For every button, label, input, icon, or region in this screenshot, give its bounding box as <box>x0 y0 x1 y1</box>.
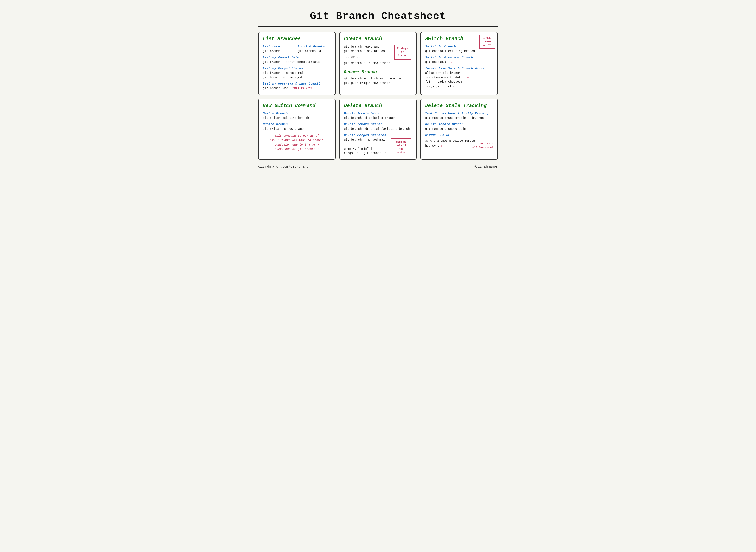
delete-remote-label: Delete remote branch <box>344 122 412 126</box>
list-local-label: List Local <box>263 44 296 48</box>
rename-code2: git push origin new-branch <box>344 81 412 86</box>
delete-stale-title: Delete Stale Tracking <box>425 103 493 109</box>
card-list-branches: List Branches List Local git branch Loca… <box>258 32 336 95</box>
curved-arrow-icon: ⟵ <box>441 143 444 149</box>
list-branches-title: List Branches <box>263 36 331 42</box>
create-branch-title: Create Branch <box>344 36 412 42</box>
switch-create-code: git switch -c new-branch <box>263 127 331 131</box>
hub-sync-annotation: I use thisall the time! <box>472 142 493 149</box>
upstream-label: List by Upstream & Last Commit <box>263 82 331 86</box>
switch-prev-label: Switch to Previous Branch <box>425 55 493 59</box>
interactive-switch-label: Interactive Switch Branch Alias <box>425 66 493 70</box>
vv-annotation: THIS IS NICE <box>292 87 312 90</box>
delete-local-code: git branch -d existing-branch <box>344 116 412 120</box>
footer-right: @elijahmanor <box>474 165 498 169</box>
delete-merged-code2: grep -v "main" | <box>344 147 390 151</box>
merged-status-label: List by Merged Status <box>263 66 331 70</box>
delete-remote-code: git branch -dr origin/existing-branch <box>344 127 412 131</box>
page: Git Branch Cheatsheet List Branches List… <box>252 4 504 175</box>
no-merged-code: git branch --no-merged <box>263 75 331 80</box>
list-remote-code: git branch -a <box>298 49 331 53</box>
card-new-switch: New Switch Command Switch Branch git swi… <box>258 99 336 160</box>
delete-merged-code1: git branch --merged main | <box>344 138 390 147</box>
card-delete-branch: Delete Branch Delete locale branch git b… <box>339 99 417 160</box>
alias-block: alias cb='git branch --sort=-committerda… <box>425 71 493 89</box>
arrow-left-icon: ← <box>289 87 291 91</box>
hub-sync-row: hub sync ⟵ I use thisall the time! <box>425 143 493 149</box>
prune-label: Delete locale branch <box>425 122 493 126</box>
page-title: Git Branch Cheatsheet <box>258 10 498 22</box>
card-switch-branch: I USETHESEA LOT Switch Branch Switch to … <box>420 32 498 95</box>
steps-note-box: 2 stepsor1 step <box>394 44 411 60</box>
list-local-code: git branch <box>263 49 296 53</box>
switch-existing-code: git switch existing-branch <box>263 116 331 120</box>
footer-left: elijahmanor.com/git-branch <box>258 165 311 169</box>
hub-sync-code: hub sync <box>425 144 439 148</box>
dry-run-code: git remote prune origin --dry-run <box>425 116 493 120</box>
alias-line3: fzf --header Checkout | <box>425 80 489 84</box>
create-step1-code: git branch new-branch <box>344 44 391 49</box>
create-step2-code: git checkout new-branch <box>344 49 391 53</box>
list-remote-col: Local & Remote git branch -a <box>298 44 331 53</box>
switch-prev-annotation: git checkout - ← <box>425 60 454 64</box>
delete-merged-label: Delete merged branches <box>344 133 412 137</box>
dry-run-label: Test Run without Actually Pruning <box>425 112 493 115</box>
footer: elijahmanor.com/git-branch @elijahmanor <box>258 164 498 169</box>
rename-section: Rename Branch git branch -m old-branch n… <box>344 70 412 86</box>
main-grid: List Branches List Local git branch Loca… <box>258 32 498 160</box>
delete-merged-block: git branch --merged main | grep -v "main… <box>344 138 412 155</box>
hub-cli-label: GitHub Hub CLI <box>425 133 493 137</box>
card-delete-stale: Delete Stale Tracking Test Run without A… <box>420 99 498 160</box>
switch-to-code: git checkout existing-branch <box>425 49 493 53</box>
commit-date-code: git branch --sort=-committerdate <box>263 60 331 64</box>
arrow-left-icon-3: ← <box>467 76 469 79</box>
new-switch-title: New Switch Command <box>263 103 331 109</box>
switch-prev-code: git checkout - <box>425 60 450 64</box>
delete-branch-title: Delete Branch <box>344 103 412 109</box>
commit-date-label: List by Commit Date <box>263 55 331 59</box>
switch-branch-sub-label: Switch Branch <box>263 112 331 115</box>
new-switch-note: This command is new as of v2.27.0 and wa… <box>263 134 331 151</box>
list-local-row: List Local git branch Local & Remote git… <box>263 44 331 53</box>
alias-line1: alias cb='git branch <box>425 71 489 75</box>
alias-line2: --sort=-committerdate | <box>425 75 466 80</box>
rename-branch-title: Rename Branch <box>344 70 412 75</box>
title-section: Git Branch Cheatsheet <box>258 8 498 27</box>
rename-code1: git branch -m old-branch new-branch <box>344 77 412 81</box>
delete-local-label: Delete locale branch <box>344 112 412 115</box>
delete-merged-code3: xargs -n 1 git branch -d <box>344 151 390 155</box>
card-create-branch: Create Branch git branch new-branch git … <box>339 32 417 95</box>
vv-code: git branch -vv <box>263 86 287 91</box>
arrow-left-icon-2: ← <box>451 60 454 64</box>
one-step-code: git checkout -b new-branch <box>344 61 412 65</box>
merged-main-code: git branch --merged main <box>263 71 331 75</box>
main-default-note: main asdefaultnotmaster <box>391 138 411 156</box>
alias-line2-row: --sort=-committerdate | ← <box>425 75 489 80</box>
i-use-these-box: I USETHESEA LOT <box>479 35 495 49</box>
create-branch-sub-label: Create Branch <box>263 122 331 126</box>
create-two-step: git branch new-branch git checkout new-b… <box>344 44 412 53</box>
list-local-col: List Local git branch <box>263 44 296 53</box>
list-remote-label: Local & Remote <box>298 44 331 48</box>
alias-line4: xargs git checkout' <box>425 84 489 89</box>
vv-annotation-row: git branch -vv ← THIS IS NICE <box>263 86 312 91</box>
prune-code: git remote prune origin <box>425 127 493 131</box>
